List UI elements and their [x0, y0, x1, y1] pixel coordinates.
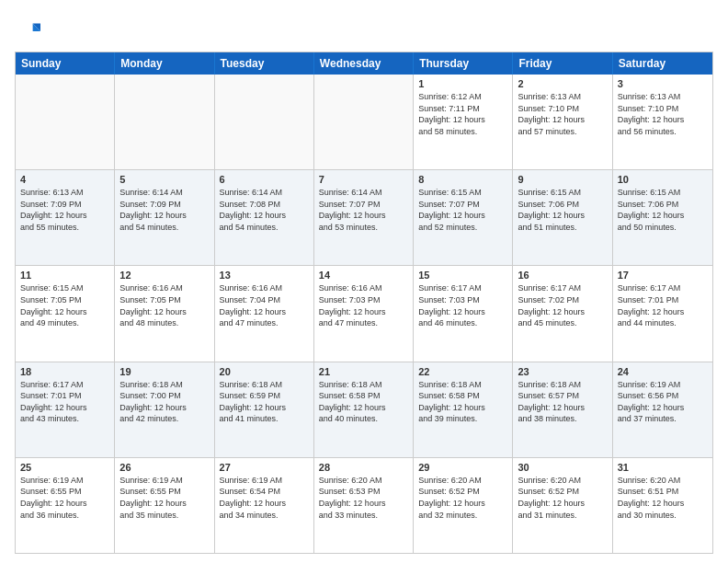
- day-info: Sunrise: 6:18 AM Sunset: 6:58 PM Dayligh…: [319, 379, 408, 425]
- header-cell-friday: Friday: [513, 52, 612, 75]
- header-cell-sunday: Sunday: [16, 52, 115, 75]
- cal-cell-1-3: [215, 75, 314, 169]
- day-number: 6: [220, 174, 309, 185]
- day-info: Sunrise: 6:16 AM Sunset: 7:03 PM Dayligh…: [319, 282, 408, 328]
- cal-cell-1-6: 2Sunrise: 6:13 AM Sunset: 7:10 PM Daylig…: [513, 75, 612, 169]
- day-info: Sunrise: 6:19 AM Sunset: 6:55 PM Dayligh…: [20, 475, 109, 521]
- header-cell-wednesday: Wednesday: [314, 52, 414, 75]
- cal-cell-1-4: [314, 75, 414, 169]
- day-info: Sunrise: 6:16 AM Sunset: 7:04 PM Dayligh…: [220, 282, 309, 328]
- cal-cell-1-5: 1Sunrise: 6:12 AM Sunset: 7:11 PM Daylig…: [414, 75, 513, 169]
- day-info: Sunrise: 6:20 AM Sunset: 6:51 PM Dayligh…: [618, 475, 708, 521]
- calendar-body: 1Sunrise: 6:12 AM Sunset: 7:11 PM Daylig…: [16, 75, 712, 553]
- day-info: Sunrise: 6:15 AM Sunset: 7:07 PM Dayligh…: [418, 187, 507, 233]
- cal-cell-4-3: 20Sunrise: 6:18 AM Sunset: 6:59 PM Dayli…: [215, 362, 314, 457]
- cal-cell-1-2: [115, 75, 214, 169]
- day-number: 23: [518, 366, 607, 377]
- day-number: 10: [618, 174, 708, 185]
- cal-cell-2-6: 9Sunrise: 6:15 AM Sunset: 7:06 PM Daylig…: [513, 170, 612, 265]
- day-number: 2: [518, 78, 607, 89]
- day-number: 5: [119, 174, 209, 185]
- day-info: Sunrise: 6:15 AM Sunset: 7:05 PM Dayligh…: [20, 282, 109, 328]
- day-number: 22: [418, 366, 507, 377]
- cal-cell-1-7: 3Sunrise: 6:13 AM Sunset: 7:10 PM Daylig…: [613, 75, 712, 169]
- cal-cell-4-2: 19Sunrise: 6:18 AM Sunset: 7:00 PM Dayli…: [115, 362, 214, 457]
- day-number: 29: [418, 462, 507, 473]
- cal-cell-4-7: 24Sunrise: 6:19 AM Sunset: 6:56 PM Dayli…: [613, 362, 712, 457]
- cal-cell-5-3: 27Sunrise: 6:19 AM Sunset: 6:54 PM Dayli…: [215, 458, 314, 553]
- day-number: 9: [518, 174, 607, 185]
- cal-cell-4-5: 22Sunrise: 6:18 AM Sunset: 6:58 PM Dayli…: [414, 362, 513, 457]
- header-cell-tuesday: Tuesday: [215, 52, 314, 75]
- day-info: Sunrise: 6:18 AM Sunset: 7:00 PM Dayligh…: [119, 379, 209, 425]
- calendar-header: SundayMondayTuesdayWednesdayThursdayFrid…: [16, 52, 712, 75]
- cal-cell-5-2: 26Sunrise: 6:19 AM Sunset: 6:55 PM Dayli…: [115, 458, 214, 553]
- day-number: 28: [319, 462, 408, 473]
- day-number: 18: [20, 366, 109, 377]
- cal-cell-2-7: 10Sunrise: 6:15 AM Sunset: 7:06 PM Dayli…: [613, 170, 712, 265]
- cal-cell-3-3: 13Sunrise: 6:16 AM Sunset: 7:04 PM Dayli…: [215, 266, 314, 361]
- cal-cell-3-2: 12Sunrise: 6:16 AM Sunset: 7:05 PM Dayli…: [115, 266, 214, 361]
- cal-cell-2-1: 4Sunrise: 6:13 AM Sunset: 7:09 PM Daylig…: [16, 170, 115, 265]
- logo-icon: [15, 18, 40, 44]
- cal-cell-3-1: 11Sunrise: 6:15 AM Sunset: 7:05 PM Dayli…: [16, 266, 115, 361]
- week-row-2: 4Sunrise: 6:13 AM Sunset: 7:09 PM Daylig…: [16, 170, 712, 266]
- cal-cell-3-6: 16Sunrise: 6:17 AM Sunset: 7:02 PM Dayli…: [513, 266, 612, 361]
- day-info: Sunrise: 6:17 AM Sunset: 7:01 PM Dayligh…: [20, 379, 109, 425]
- week-row-4: 18Sunrise: 6:17 AM Sunset: 7:01 PM Dayli…: [16, 362, 712, 458]
- day-info: Sunrise: 6:19 AM Sunset: 6:56 PM Dayligh…: [618, 379, 708, 425]
- day-number: 14: [319, 270, 408, 281]
- day-number: 8: [418, 174, 507, 185]
- day-number: 24: [618, 366, 708, 377]
- day-info: Sunrise: 6:14 AM Sunset: 7:09 PM Dayligh…: [119, 187, 209, 233]
- day-info: Sunrise: 6:18 AM Sunset: 6:59 PM Dayligh…: [220, 379, 309, 425]
- cal-cell-3-7: 17Sunrise: 6:17 AM Sunset: 7:01 PM Dayli…: [613, 266, 712, 361]
- logo: [15, 18, 44, 44]
- day-info: Sunrise: 6:16 AM Sunset: 7:05 PM Dayligh…: [119, 282, 209, 328]
- day-info: Sunrise: 6:19 AM Sunset: 6:55 PM Dayligh…: [119, 475, 209, 521]
- cal-cell-5-6: 30Sunrise: 6:20 AM Sunset: 6:52 PM Dayli…: [513, 458, 612, 553]
- day-number: 12: [119, 270, 209, 281]
- day-info: Sunrise: 6:13 AM Sunset: 7:10 PM Dayligh…: [618, 91, 708, 137]
- day-number: 17: [618, 270, 708, 281]
- cal-cell-5-5: 29Sunrise: 6:20 AM Sunset: 6:52 PM Dayli…: [414, 458, 513, 553]
- week-row-3: 11Sunrise: 6:15 AM Sunset: 7:05 PM Dayli…: [16, 266, 712, 362]
- day-number: 1: [418, 78, 507, 89]
- day-info: Sunrise: 6:15 AM Sunset: 7:06 PM Dayligh…: [518, 187, 607, 233]
- day-info: Sunrise: 6:14 AM Sunset: 7:08 PM Dayligh…: [220, 187, 309, 233]
- header-cell-thursday: Thursday: [414, 52, 513, 75]
- day-info: Sunrise: 6:20 AM Sunset: 6:52 PM Dayligh…: [518, 475, 607, 521]
- week-row-1: 1Sunrise: 6:12 AM Sunset: 7:11 PM Daylig…: [16, 75, 712, 170]
- day-info: Sunrise: 6:13 AM Sunset: 7:09 PM Dayligh…: [20, 187, 109, 233]
- cal-cell-1-1: [16, 75, 115, 169]
- day-info: Sunrise: 6:20 AM Sunset: 6:52 PM Dayligh…: [418, 475, 507, 521]
- day-number: 31: [618, 462, 708, 473]
- day-number: 25: [20, 462, 109, 473]
- cal-cell-5-4: 28Sunrise: 6:20 AM Sunset: 6:53 PM Dayli…: [314, 458, 414, 553]
- day-number: 4: [20, 174, 109, 185]
- day-number: 3: [618, 78, 708, 89]
- day-info: Sunrise: 6:15 AM Sunset: 7:06 PM Dayligh…: [618, 187, 708, 233]
- header: [15, 15, 713, 44]
- cal-cell-5-7: 31Sunrise: 6:20 AM Sunset: 6:51 PM Dayli…: [613, 458, 712, 553]
- day-info: Sunrise: 6:17 AM Sunset: 7:01 PM Dayligh…: [618, 282, 708, 328]
- day-info: Sunrise: 6:14 AM Sunset: 7:07 PM Dayligh…: [319, 187, 408, 233]
- week-row-5: 25Sunrise: 6:19 AM Sunset: 6:55 PM Dayli…: [16, 458, 712, 553]
- day-number: 21: [319, 366, 408, 377]
- day-number: 27: [220, 462, 309, 473]
- cal-cell-4-6: 23Sunrise: 6:18 AM Sunset: 6:57 PM Dayli…: [513, 362, 612, 457]
- cal-cell-2-3: 6Sunrise: 6:14 AM Sunset: 7:08 PM Daylig…: [215, 170, 314, 265]
- day-number: 19: [119, 366, 209, 377]
- calendar: SundayMondayTuesdayWednesdayThursdayFrid…: [15, 52, 713, 554]
- day-info: Sunrise: 6:19 AM Sunset: 6:54 PM Dayligh…: [220, 475, 309, 521]
- header-cell-saturday: Saturday: [613, 52, 712, 75]
- day-info: Sunrise: 6:17 AM Sunset: 7:03 PM Dayligh…: [418, 282, 507, 328]
- cal-cell-2-5: 8Sunrise: 6:15 AM Sunset: 7:07 PM Daylig…: [414, 170, 513, 265]
- day-info: Sunrise: 6:18 AM Sunset: 6:57 PM Dayligh…: [518, 379, 607, 425]
- cal-cell-4-1: 18Sunrise: 6:17 AM Sunset: 7:01 PM Dayli…: [16, 362, 115, 457]
- day-info: Sunrise: 6:13 AM Sunset: 7:10 PM Dayligh…: [518, 91, 607, 137]
- cal-cell-5-1: 25Sunrise: 6:19 AM Sunset: 6:55 PM Dayli…: [16, 458, 115, 553]
- cal-cell-2-4: 7Sunrise: 6:14 AM Sunset: 7:07 PM Daylig…: [314, 170, 414, 265]
- day-number: 20: [220, 366, 309, 377]
- page: SundayMondayTuesdayWednesdayThursdayFrid…: [0, 0, 728, 563]
